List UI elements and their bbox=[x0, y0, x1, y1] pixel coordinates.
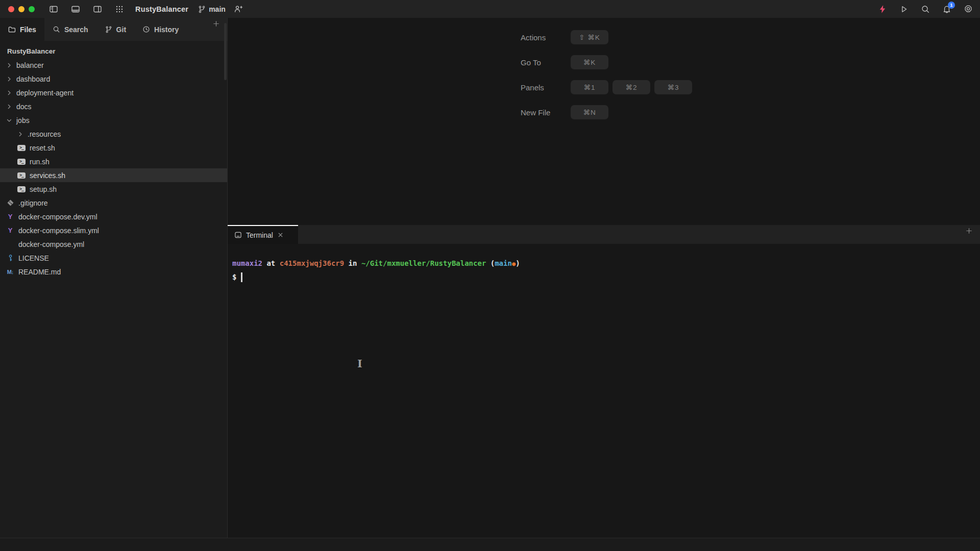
new-terminal-button[interactable] bbox=[958, 225, 980, 236]
sidebar-tab-history[interactable]: History bbox=[134, 18, 187, 41]
terminal-prompt-line: mumaxi2 at c415mxjwqj36cr9 in ~/Git/mxmu… bbox=[232, 257, 980, 270]
main-content: Actions⇧ ⌘KGo To⌘KPanels⌘1⌘2⌘3New File⌘N… bbox=[228, 18, 980, 538]
tree-folder-docs[interactable]: docs bbox=[0, 99, 227, 113]
tree-item-label: dashboard bbox=[16, 75, 50, 83]
file-tree: RustyBalancer balancerdashboarddeploymen… bbox=[0, 41, 227, 279]
app-grid-menu-button[interactable] bbox=[114, 4, 125, 15]
settings-button[interactable] bbox=[963, 4, 974, 15]
terminal-caret bbox=[241, 272, 242, 282]
tree-folder-jobs[interactable]: jobs bbox=[0, 113, 227, 127]
tree-folder-deployment-agent[interactable]: deployment-agent bbox=[0, 86, 227, 99]
minimize-window-button[interactable] bbox=[18, 6, 24, 12]
hint-label: New File bbox=[521, 108, 564, 117]
terminal-panel[interactable]: mumaxi2 at c415mxjwqj36cr9 in ~/Git/mxmu… bbox=[228, 244, 980, 538]
project-title[interactable]: RustyBalancer bbox=[135, 5, 188, 13]
tree-file-run.sh[interactable]: >_run.sh bbox=[0, 155, 227, 168]
hint-keys: ⌘N bbox=[571, 105, 608, 119]
branch-switcher[interactable]: main bbox=[198, 5, 226, 13]
tree-rows: balancerdashboarddeployment-agentdocsjob… bbox=[0, 58, 227, 279]
toggle-bottom-dock-button[interactable] bbox=[70, 4, 81, 15]
prompt-segment-branch: main bbox=[495, 259, 512, 267]
prompt-segment-plain: at bbox=[262, 259, 280, 267]
project-root-label[interactable]: RustyBalancer bbox=[0, 44, 227, 58]
bottom-dock-icon bbox=[71, 5, 80, 14]
tree-file-.gitignore[interactable]: .gitignore bbox=[0, 196, 227, 210]
shell-file-icon: >_ bbox=[17, 159, 26, 165]
terminal-input-line[interactable]: $ bbox=[232, 270, 980, 284]
prompt-segment-user: mumaxi2 bbox=[232, 259, 262, 267]
tree-file-setup.sh[interactable]: >_setup.sh bbox=[0, 182, 227, 196]
sidebar-tab-search[interactable]: Search bbox=[44, 18, 96, 41]
hint-label: Actions bbox=[521, 33, 564, 42]
tree-file-LICENSE[interactable]: LICENSE bbox=[0, 251, 227, 265]
branch-name: main bbox=[209, 5, 226, 13]
tree-folder-dashboard[interactable]: dashboard bbox=[0, 72, 227, 86]
search-icon bbox=[53, 26, 60, 33]
hint-label: Panels bbox=[521, 83, 564, 92]
notification-badge: 1 bbox=[948, 2, 955, 9]
search-button[interactable] bbox=[920, 4, 931, 15]
tree-file-docker-compose.dev.yml[interactable]: Ydocker-compose.dev.yml bbox=[0, 210, 227, 223]
prompt-segment-path: ~/Git/mxmueller/RustyBalancer bbox=[361, 259, 486, 267]
tree-item-label: jobs bbox=[16, 116, 30, 124]
hint-keys: ⌘K bbox=[571, 55, 608, 69]
markdown-file-icon: M↓ bbox=[6, 269, 14, 275]
sidebar-tab-files[interactable]: Files bbox=[0, 18, 44, 41]
branch-icon bbox=[105, 26, 112, 33]
window-controls bbox=[8, 6, 35, 12]
license-key-icon bbox=[6, 254, 14, 262]
clock-icon bbox=[142, 26, 150, 33]
prompt-symbol: $ bbox=[232, 270, 236, 284]
tree-item-label: docs bbox=[16, 103, 32, 111]
tree-file-README.md[interactable]: M↓README.md bbox=[0, 265, 227, 279]
sidebar-tab-label: Files bbox=[20, 26, 36, 34]
tree-item-label: setup.sh bbox=[30, 185, 57, 193]
folder-icon bbox=[8, 26, 16, 33]
shell-file-icon: >_ bbox=[17, 186, 26, 192]
tree-file-docker-compose.yml[interactable]: docker-compose.yml bbox=[0, 237, 227, 251]
chevron-right-icon bbox=[17, 131, 23, 137]
close-tab-icon[interactable] bbox=[277, 232, 284, 238]
tree-item-label: docker-compose.slim.yml bbox=[18, 227, 99, 235]
run-button[interactable] bbox=[898, 4, 910, 15]
tree-file-docker-compose.slim.yml[interactable]: Ydocker-compose.slim.yml bbox=[0, 223, 227, 237]
prompt-segment-host: c415mxjwqj36cr9 bbox=[280, 259, 344, 267]
tree-item-label: reset.sh bbox=[30, 144, 55, 152]
titlebar-right-actions: 1 bbox=[877, 4, 974, 15]
empty-editor-pane[interactable]: Actions⇧ ⌘KGo To⌘KPanels⌘1⌘2⌘3New File⌘N bbox=[228, 18, 980, 225]
yaml-file-icon: Y bbox=[6, 227, 14, 234]
chevron-right-icon bbox=[6, 76, 12, 82]
status-bar bbox=[0, 538, 980, 551]
hint-row: Go To⌘K bbox=[521, 55, 692, 69]
play-icon bbox=[899, 5, 909, 14]
app-body: FilesSearchGitHistory RustyBalancer bala… bbox=[0, 18, 980, 538]
terminal-icon bbox=[234, 231, 242, 239]
prompt-segment-plain: ( bbox=[486, 259, 495, 267]
tree-file-services.sh[interactable]: >_services.sh bbox=[0, 168, 227, 182]
tree-file-reset.sh[interactable]: >_reset.sh bbox=[0, 141, 227, 155]
tree-item-label: services.sh bbox=[30, 171, 65, 180]
shell-file-icon: >_ bbox=[17, 145, 26, 151]
toggle-right-dock-button[interactable] bbox=[92, 4, 103, 15]
sidebar-scrollbar-thumb[interactable] bbox=[224, 23, 227, 80]
close-window-button[interactable] bbox=[8, 6, 14, 12]
sidebar-tab-label: Search bbox=[64, 26, 88, 34]
fullscreen-window-button[interactable] bbox=[29, 6, 35, 12]
add-collaborator-button[interactable] bbox=[233, 4, 244, 15]
toggle-left-dock-button[interactable] bbox=[48, 4, 59, 15]
person-plus-icon bbox=[234, 5, 243, 14]
tree-item-label: LICENSE bbox=[18, 254, 49, 262]
sidebar-tab-git[interactable]: Git bbox=[96, 18, 134, 41]
tree-folder-.resources[interactable]: .resources bbox=[0, 127, 227, 141]
tree-item-label: run.sh bbox=[30, 158, 50, 166]
keycap: ⌘K bbox=[571, 55, 608, 69]
sidebar-tabs: FilesSearchGitHistory bbox=[0, 18, 187, 41]
keycap: ⇧ ⌘K bbox=[571, 30, 608, 44]
assistant-zap-button[interactable] bbox=[877, 4, 888, 15]
tree-item-label: deployment-agent bbox=[16, 89, 74, 97]
sidebar: FilesSearchGitHistory RustyBalancer bala… bbox=[0, 18, 228, 538]
notifications-button[interactable]: 1 bbox=[941, 4, 952, 15]
tree-folder-balancer[interactable]: balancer bbox=[0, 58, 227, 72]
titlebar: RustyBalancer main 1 bbox=[0, 0, 980, 18]
tab-terminal[interactable]: Terminal bbox=[228, 225, 298, 244]
